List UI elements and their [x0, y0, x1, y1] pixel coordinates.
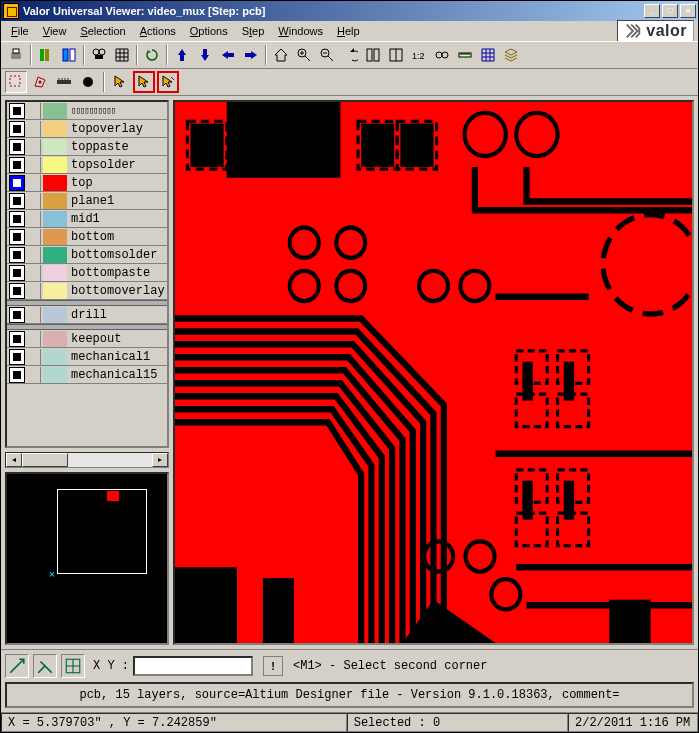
- layer-row-bottom[interactable]: bottom: [7, 228, 167, 246]
- menu-help[interactable]: Help: [331, 23, 366, 39]
- layer-row-mechanical1[interactable]: mechanical1: [7, 348, 167, 366]
- layer-color-swatch[interactable]: [43, 349, 67, 365]
- grid2-icon[interactable]: [477, 44, 499, 66]
- select-rect-icon[interactable]: [5, 71, 27, 93]
- undo-icon[interactable]: [339, 44, 361, 66]
- pcb-canvas[interactable]: [173, 100, 694, 645]
- layer-visibility-toggle[interactable]: [9, 349, 25, 365]
- layer-color-swatch[interactable]: [43, 175, 67, 191]
- layer-scrollbar-h[interactable]: ◂ ▸: [5, 452, 169, 468]
- pointer-a-icon[interactable]: [133, 71, 155, 93]
- layer-row-keepout[interactable]: keepout: [7, 330, 167, 348]
- layer-row-plane1[interactable]: plane1: [7, 192, 167, 210]
- close-button[interactable]: ×: [680, 4, 696, 18]
- layer-color-swatch[interactable]: [43, 229, 67, 245]
- layer-color-swatch[interactable]: [43, 193, 67, 209]
- layer-row-topoverlay[interactable]: topoverlay: [7, 120, 167, 138]
- minimize-button[interactable]: _: [644, 4, 660, 18]
- menu-selection[interactable]: Selection: [74, 23, 131, 39]
- alert-button[interactable]: !: [263, 656, 283, 676]
- layer-visibility-toggle[interactable]: [9, 331, 25, 347]
- layer-color-swatch[interactable]: [43, 121, 67, 137]
- layer-row-drill[interactable]: drill: [7, 306, 167, 324]
- layer-visibility-toggle[interactable]: [9, 121, 25, 137]
- xy-label: X Y :: [93, 659, 129, 673]
- layer-row-bottompaste[interactable]: bottompaste: [7, 264, 167, 282]
- layer-color-swatch[interactable]: [43, 307, 67, 323]
- menu-windows[interactable]: Windows: [272, 23, 329, 39]
- layer-color-swatch[interactable]: [43, 247, 67, 263]
- menu-view[interactable]: View: [37, 23, 73, 39]
- layerpair-icon[interactable]: [58, 44, 80, 66]
- scroll-right-button[interactable]: ▸: [152, 453, 168, 467]
- refresh-icon[interactable]: [141, 44, 163, 66]
- arrow-left-icon[interactable]: [217, 44, 239, 66]
- layer-color-swatch[interactable]: [43, 103, 67, 119]
- select-poly-icon[interactable]: [29, 71, 51, 93]
- layer-visibility-toggle[interactable]: [9, 103, 25, 119]
- layers2-icon[interactable]: [500, 44, 522, 66]
- layer-visibility-toggle[interactable]: [9, 283, 25, 299]
- home-icon[interactable]: [270, 44, 292, 66]
- layer-color-swatch[interactable]: [43, 157, 67, 173]
- layer-row-toppaste[interactable]: toppaste: [7, 138, 167, 156]
- layer-visibility-toggle[interactable]: [9, 307, 25, 323]
- window-title: Valor Universal Viewer: video_mux [Step:…: [23, 5, 266, 17]
- tool-b-button[interactable]: [33, 654, 57, 678]
- arrow-down-icon[interactable]: [194, 44, 216, 66]
- menu-file[interactable]: File: [5, 23, 35, 39]
- layer-row-mechanical15[interactable]: mechanical15: [7, 366, 167, 384]
- layer-color-swatch[interactable]: [43, 211, 67, 227]
- print-icon[interactable]: [5, 44, 27, 66]
- maximize-button[interactable]: □: [662, 4, 678, 18]
- overview-map[interactable]: ×: [5, 472, 169, 645]
- ratio-icon[interactable]: 1:2: [408, 44, 430, 66]
- layer-visibility-toggle[interactable]: [9, 211, 25, 227]
- layer-row-components[interactable]: ▯▯▯▯▯▯▯▯▯▯: [7, 102, 167, 120]
- layer-row-top[interactable]: top: [7, 174, 167, 192]
- scroll-left-button[interactable]: ◂: [6, 453, 22, 467]
- layer-color-swatch[interactable]: [43, 283, 67, 299]
- layer-color-swatch[interactable]: [43, 265, 67, 281]
- layer-visibility-toggle[interactable]: [9, 265, 25, 281]
- brand-text: valor: [646, 22, 687, 40]
- zoom-in-icon[interactable]: [293, 44, 315, 66]
- layer-row-bottomsolder[interactable]: bottomsolder: [7, 246, 167, 264]
- layer-visibility-toggle[interactable]: [9, 247, 25, 263]
- layer-row-mid1[interactable]: mid1: [7, 210, 167, 228]
- arrow-up-icon[interactable]: [171, 44, 193, 66]
- zoom-out-icon[interactable]: [316, 44, 338, 66]
- ruler-icon[interactable]: [454, 44, 476, 66]
- tool-a-button[interactable]: [5, 654, 29, 678]
- layer-name-label: bottomsolder: [71, 248, 157, 262]
- measure-icon[interactable]: [53, 71, 75, 93]
- scroll-thumb[interactable]: [22, 453, 68, 467]
- grid-icon[interactable]: [111, 44, 133, 66]
- layer-visibility-toggle[interactable]: [9, 229, 25, 245]
- layer-row-bottomoverlay[interactable]: bottomoverlay: [7, 282, 167, 300]
- layer-visibility-toggle[interactable]: [9, 193, 25, 209]
- pointer-b-icon[interactable]: [157, 71, 179, 93]
- layer-visibility-toggle[interactable]: [9, 157, 25, 173]
- binoculars-icon[interactable]: [431, 44, 453, 66]
- layer-color-swatch[interactable]: [43, 367, 67, 383]
- split-icon[interactable]: [385, 44, 407, 66]
- circle-fill-icon[interactable]: [77, 71, 99, 93]
- menu-actions[interactable]: Actions: [134, 23, 182, 39]
- svg-point-57: [493, 581, 518, 607]
- layer-visibility-toggle[interactable]: [9, 367, 25, 383]
- compare-icon[interactable]: [362, 44, 384, 66]
- layers-icon[interactable]: [35, 44, 57, 66]
- menu-step[interactable]: Step: [236, 23, 271, 39]
- tool-c-button[interactable]: [61, 654, 85, 678]
- layer-visibility-toggle[interactable]: [9, 139, 25, 155]
- layer-color-swatch[interactable]: [43, 331, 67, 347]
- layer-color-swatch[interactable]: [43, 139, 67, 155]
- arrow-right-icon[interactable]: [240, 44, 262, 66]
- layer-visibility-toggle[interactable]: [9, 175, 25, 191]
- layer-row-topsolder[interactable]: topsolder: [7, 156, 167, 174]
- menu-options[interactable]: Options: [184, 23, 234, 39]
- pointer-icon[interactable]: [109, 71, 131, 93]
- find-icon[interactable]: [88, 44, 110, 66]
- xy-input[interactable]: [133, 656, 253, 676]
